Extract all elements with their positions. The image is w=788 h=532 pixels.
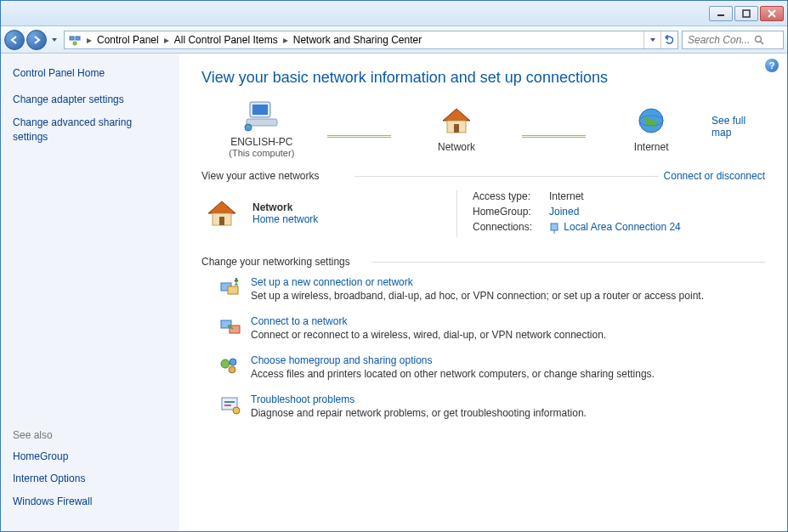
breadcrumb-leaf[interactable]: Network and Sharing Center	[290, 34, 425, 46]
task-homegroup-title[interactable]: Choose homegroup and sharing options	[251, 354, 655, 366]
connect-disconnect-link[interactable]: Connect or disconnect	[659, 170, 765, 182]
control-panel-home-link[interactable]: Control Panel Home	[13, 67, 167, 79]
search-icon	[754, 35, 764, 45]
setup-connection-icon	[218, 276, 242, 300]
connections-key: Connections:	[473, 221, 549, 234]
svg-point-6	[73, 42, 77, 45]
globe-icon	[591, 100, 711, 141]
active-networks-text: View your active networks	[201, 170, 320, 182]
svg-rect-24	[228, 286, 238, 294]
svg-rect-21	[551, 224, 558, 230]
change-advanced-sharing-link[interactable]: Change advanced sharing settings	[13, 116, 167, 144]
svg-rect-15	[454, 124, 459, 133]
change-adapter-settings-link[interactable]: Change adapter settings	[13, 93, 167, 107]
active-network-name: Network	[252, 201, 318, 213]
chevron-right-icon[interactable]: ▸	[281, 34, 290, 46]
map-connector-icon	[327, 135, 392, 138]
svg-point-29	[230, 359, 236, 365]
connect-network-icon	[218, 315, 242, 339]
task-connect-title[interactable]: Connect to a network	[251, 315, 606, 327]
svg-rect-4	[70, 37, 74, 40]
chevron-right-icon[interactable]: ▸	[162, 34, 171, 46]
access-type-key: Access type:	[473, 190, 549, 202]
svg-line-8	[761, 42, 763, 44]
map-network-label: Network	[396, 141, 517, 153]
network-center-icon	[66, 33, 83, 47]
svg-point-28	[221, 359, 230, 368]
homegroup-icon	[218, 354, 242, 378]
task-troubleshoot-title[interactable]: Troubleshoot problems	[251, 393, 587, 405]
active-network-row: Network Home network Access type: Intern…	[201, 190, 765, 237]
svg-rect-10	[252, 105, 268, 115]
address-dropdown-icon[interactable]	[643, 31, 660, 48]
active-networks-label: Connect or disconnect View your active n…	[201, 170, 765, 182]
map-pc-sub: (This computer)	[201, 148, 322, 158]
search-box[interactable]	[682, 31, 784, 49]
see-full-map-link[interactable]: See full map	[711, 115, 765, 139]
forward-button[interactable]	[26, 30, 47, 50]
task-homegroup[interactable]: Choose homegroup and sharing options Acc…	[218, 354, 765, 380]
svg-point-34	[233, 407, 240, 414]
content-area: ? Control Panel Home Change adapter sett…	[1, 54, 787, 531]
svg-marker-13	[443, 109, 470, 121]
troubleshoot-icon	[218, 393, 242, 417]
search-input[interactable]	[686, 33, 754, 47]
task-connect-network[interactable]: Connect to a network Connect or reconnec…	[218, 315, 765, 341]
windows-firewall-link[interactable]: Windows Firewall	[13, 495, 167, 509]
close-button[interactable]	[760, 6, 784, 21]
active-network-type-link[interactable]: Home network	[252, 213, 318, 225]
map-pc-name: ENGLISH-PC	[201, 136, 322, 148]
main-panel: View your basic network information and …	[179, 54, 787, 531]
svg-rect-5	[76, 37, 80, 40]
computer-icon	[201, 95, 322, 136]
sidebar: Control Panel Home Change adapter settin…	[1, 54, 179, 531]
breadcrumb-root[interactable]: Control Panel	[94, 34, 162, 46]
homegroup-value-link[interactable]: Joined	[549, 206, 579, 218]
back-button[interactable]	[4, 30, 25, 50]
chevron-right-icon[interactable]: ▸	[85, 34, 94, 46]
map-internet-label: Internet	[591, 141, 711, 153]
svg-rect-20	[219, 217, 224, 225]
control-panel-window: ▸ Control Panel ▸ All Control Panel Item…	[0, 0, 788, 532]
svg-rect-11	[247, 119, 277, 126]
navbar: ▸ Control Panel ▸ All Control Panel Item…	[1, 26, 787, 54]
task-troubleshoot[interactable]: Troubleshoot problems Diagnose and repai…	[218, 393, 765, 419]
task-troubleshoot-desc: Diagnose and repair network problems, or…	[251, 407, 587, 419]
history-dropdown-icon[interactable]	[48, 30, 60, 50]
minimize-button[interactable]	[709, 6, 733, 21]
task-setup-connection[interactable]: Set up a new connection or network Set u…	[218, 276, 765, 302]
internet-options-link[interactable]: Internet Options	[13, 472, 167, 486]
map-node-pc: ENGLISH-PC (This computer)	[201, 95, 322, 158]
svg-rect-1	[743, 10, 750, 17]
refresh-button[interactable]	[660, 31, 677, 48]
homegroup-key: HomeGroup:	[473, 206, 549, 218]
house-icon	[201, 195, 242, 232]
map-node-internet: Internet	[591, 100, 711, 153]
page-title: View your basic network information and …	[201, 69, 765, 87]
maximize-button[interactable]	[734, 6, 758, 21]
active-network-details: Access type: Internet HomeGroup: Joined …	[456, 190, 765, 237]
task-setup-desc: Set up a wireless, broadband, dial-up, a…	[251, 290, 704, 302]
map-node-network: Network	[396, 100, 517, 153]
titlebar	[1, 1, 787, 26]
address-bar[interactable]: ▸ Control Panel ▸ All Control Panel Item…	[64, 31, 678, 49]
breadcrumb-mid[interactable]: All Control Panel Items	[171, 34, 281, 46]
change-settings-label: Change your networking settings	[201, 256, 765, 268]
network-map: ENGLISH-PC (This computer) Network Inter…	[201, 95, 765, 158]
svg-marker-18	[208, 201, 235, 213]
map-connector-icon	[522, 135, 587, 138]
task-connect-desc: Connect or reconnect to a wireless, wire…	[251, 329, 606, 341]
task-setup-title[interactable]: Set up a new connection or network	[251, 276, 704, 288]
active-network-left: Network Home network	[201, 190, 456, 237]
change-networking-settings: Change your networking settings Set up a…	[201, 256, 765, 419]
svg-point-12	[245, 124, 252, 131]
house-icon	[396, 100, 517, 141]
homegroup-link[interactable]: HomeGroup	[13, 450, 167, 464]
help-icon[interactable]: ?	[765, 59, 779, 72]
svg-point-7	[756, 36, 762, 42]
svg-point-30	[229, 366, 235, 373]
see-also-label: See also	[13, 429, 167, 441]
connection-link[interactable]: Local Area Connection 24	[564, 221, 680, 233]
task-homegroup-desc: Access files and printers located on oth…	[251, 368, 655, 380]
access-type-value: Internet	[549, 190, 584, 202]
